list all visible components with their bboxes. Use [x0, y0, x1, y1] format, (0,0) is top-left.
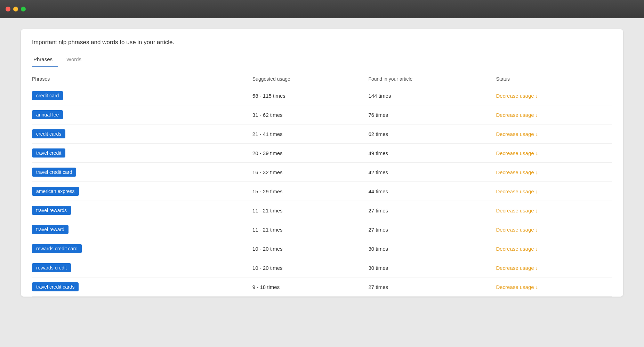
- tabs: Phrases Words: [21, 53, 623, 67]
- found-in-article-cell: 49 times: [368, 144, 496, 163]
- table-row: american express15 - 29 times44 timesDec…: [32, 182, 612, 201]
- suggested-usage-cell: 11 - 21 times: [252, 201, 369, 220]
- phrase-badge[interactable]: travel reward: [32, 225, 69, 234]
- status-badge: Decrease usage: [496, 208, 538, 213]
- col-header-found: Found in your article: [368, 73, 496, 86]
- suggested-usage-cell: 9 - 18 times: [252, 277, 369, 297]
- col-header-status: Status: [496, 73, 612, 86]
- suggested-usage-cell: 16 - 32 times: [252, 163, 369, 182]
- phrase-badge[interactable]: travel credit: [32, 148, 65, 158]
- status-cell: Decrease usage: [496, 201, 612, 220]
- status-badge: Decrease usage: [496, 246, 538, 252]
- table-row: rewards credit card10 - 20 times30 times…: [32, 239, 612, 258]
- phrase-cell: credit card: [32, 86, 252, 105]
- suggested-usage-cell: 11 - 21 times: [252, 220, 369, 239]
- suggested-usage-cell: 10 - 20 times: [252, 258, 369, 277]
- found-in-article-cell: 76 times: [368, 105, 496, 124]
- status-cell: Decrease usage: [496, 277, 612, 297]
- status-badge: Decrease usage: [496, 112, 538, 118]
- close-button[interactable]: [6, 7, 10, 11]
- phrase-cell: travel credit: [32, 144, 252, 163]
- phrase-cell: rewards credit: [32, 258, 252, 277]
- suggested-usage-cell: 21 - 41 times: [252, 124, 369, 144]
- phrase-badge[interactable]: annual fee: [32, 110, 63, 119]
- found-in-article-cell: 30 times: [368, 258, 496, 277]
- phrase-badge[interactable]: travel credit card: [32, 168, 76, 177]
- table-row: credit card58 - 115 times144 timesDecrea…: [32, 86, 612, 105]
- status-cell: Decrease usage: [496, 144, 612, 163]
- status-cell: Decrease usage: [496, 220, 612, 239]
- phrase-cell: american express: [32, 182, 252, 201]
- phrase-cell: annual fee: [32, 105, 252, 124]
- status-cell: Decrease usage: [496, 239, 612, 258]
- col-header-phrases: Phrases: [32, 73, 252, 86]
- status-cell: Decrease usage: [496, 105, 612, 124]
- found-in-article-cell: 144 times: [368, 86, 496, 105]
- status-cell: Decrease usage: [496, 163, 612, 182]
- status-badge: Decrease usage: [496, 93, 538, 99]
- status-cell: Decrease usage: [496, 124, 612, 144]
- maximize-button[interactable]: [21, 7, 26, 11]
- status-badge: Decrease usage: [496, 265, 538, 271]
- phrase-badge[interactable]: rewards credit card: [32, 244, 82, 253]
- phrase-cell: travel rewards: [32, 201, 252, 220]
- phrase-cell: travel credit cards: [32, 277, 252, 297]
- found-in-article-cell: 27 times: [368, 220, 496, 239]
- main-card: Important nlp phrases and words to use i…: [21, 29, 623, 297]
- phrase-badge[interactable]: travel credit cards: [32, 282, 79, 291]
- minimize-button[interactable]: [13, 7, 18, 11]
- status-badge: Decrease usage: [496, 169, 538, 175]
- status-badge: Decrease usage: [496, 227, 538, 233]
- phrase-badge[interactable]: credit cards: [32, 129, 65, 138]
- table-row: travel credit card16 - 32 times42 timesD…: [32, 163, 612, 182]
- table-row: travel credit cards9 - 18 times27 timesD…: [32, 277, 612, 297]
- found-in-article-cell: 27 times: [368, 201, 496, 220]
- table-row: travel credit20 - 39 times49 timesDecrea…: [32, 144, 612, 163]
- phrase-badge[interactable]: rewards credit: [32, 263, 71, 272]
- page-wrapper: Important nlp phrases and words to use i…: [0, 18, 644, 347]
- status-cell: Decrease usage: [496, 182, 612, 201]
- table-row: rewards credit10 - 20 times30 timesDecre…: [32, 258, 612, 277]
- phrase-cell: rewards credit card: [32, 239, 252, 258]
- phrases-table: Phrases Suggested usage Found in your ar…: [32, 73, 612, 297]
- table-row: travel reward11 - 21 times27 timesDecrea…: [32, 220, 612, 239]
- suggested-usage-cell: 15 - 29 times: [252, 182, 369, 201]
- found-in-article-cell: 62 times: [368, 124, 496, 144]
- titlebar: [0, 0, 644, 18]
- status-badge: Decrease usage: [496, 188, 538, 194]
- card-title: Important nlp phrases and words to use i…: [32, 39, 612, 46]
- status-cell: Decrease usage: [496, 258, 612, 277]
- table-row: annual fee31 - 62 times76 timesDecrease …: [32, 105, 612, 124]
- found-in-article-cell: 30 times: [368, 239, 496, 258]
- tab-phrases[interactable]: Phrases: [32, 53, 58, 67]
- phrase-badge[interactable]: credit card: [32, 91, 63, 100]
- phrase-cell: travel reward: [32, 220, 252, 239]
- suggested-usage-cell: 58 - 115 times: [252, 86, 369, 105]
- phrase-cell: travel credit card: [32, 163, 252, 182]
- tab-words[interactable]: Words: [65, 53, 87, 67]
- status-cell: Decrease usage: [496, 86, 612, 105]
- phrase-badge[interactable]: american express: [32, 187, 79, 196]
- found-in-article-cell: 44 times: [368, 182, 496, 201]
- phrase-cell: credit cards: [32, 124, 252, 144]
- suggested-usage-cell: 10 - 20 times: [252, 239, 369, 258]
- table-row: credit cards21 - 41 times62 timesDecreas…: [32, 124, 612, 144]
- status-badge: Decrease usage: [496, 150, 538, 156]
- suggested-usage-cell: 31 - 62 times: [252, 105, 369, 124]
- table-container: Phrases Suggested usage Found in your ar…: [21, 73, 623, 297]
- table-row: travel rewards11 - 21 times27 timesDecre…: [32, 201, 612, 220]
- phrase-badge[interactable]: travel rewards: [32, 206, 71, 215]
- found-in-article-cell: 27 times: [368, 277, 496, 297]
- status-badge: Decrease usage: [496, 284, 538, 290]
- col-header-suggested: Suggested usage: [252, 73, 369, 86]
- suggested-usage-cell: 20 - 39 times: [252, 144, 369, 163]
- found-in-article-cell: 42 times: [368, 163, 496, 182]
- status-badge: Decrease usage: [496, 131, 538, 137]
